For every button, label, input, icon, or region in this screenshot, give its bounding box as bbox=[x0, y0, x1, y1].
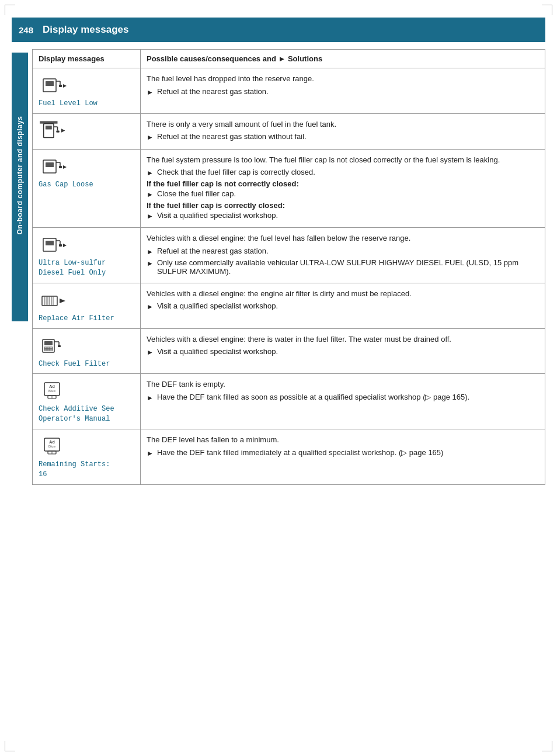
main-content: Display messages Possible causes/consequ… bbox=[32, 49, 545, 485]
bullet-text: Have the DEF tank filled as soon as poss… bbox=[157, 393, 469, 401]
header-bar: 248 Display messages bbox=[12, 18, 545, 42]
svg-rect-43 bbox=[58, 345, 61, 347]
bullet-item: ► Refuel at the nearest gas station with… bbox=[147, 132, 539, 141]
ultra-icon bbox=[39, 233, 69, 256]
table-row: Ad Blue Check Additive SeeOperator's Man… bbox=[33, 374, 545, 429]
bullet-text: Visit a qualified specialist workshop. bbox=[157, 347, 278, 356]
blue-rect-marker bbox=[12, 298, 28, 321]
svg-marker-32 bbox=[60, 299, 65, 303]
svg-rect-1 bbox=[46, 81, 54, 86]
col-header-display: Display messages bbox=[33, 50, 141, 68]
table-row: Check Fuel Filter Vehicles with a diesel… bbox=[33, 328, 545, 374]
svg-text:Blue: Blue bbox=[48, 389, 56, 393]
corner-mark-br bbox=[542, 741, 552, 751]
fuel-empty-icon bbox=[39, 119, 69, 142]
page-title: Display messages bbox=[43, 24, 128, 36]
table-row: Ultra Low-sulfurDiesel Fuel Only Vehicle… bbox=[33, 228, 545, 283]
svg-rect-17 bbox=[59, 166, 62, 168]
bullet-item: ► Have the DEF tank filled as soon as po… bbox=[147, 393, 539, 402]
table-row: Ad Blue Remaining Starts:16 The DEF leve… bbox=[33, 429, 545, 485]
svg-rect-4 bbox=[59, 85, 62, 87]
fuel-level-low-label: Fuel Level Low bbox=[39, 99, 98, 109]
display-cell-replace-air: Replace Air Filter bbox=[33, 283, 141, 328]
corner-mark-bl bbox=[5, 741, 15, 751]
display-cell-fuel-level-low: Fuel Level Low bbox=[33, 68, 141, 114]
bullet-arrow: ► bbox=[147, 169, 154, 177]
bullet-item: ► Visit a qualified specialist workshop. bbox=[147, 211, 539, 220]
table-row: Gas Cap Loose The fuel system pressure i… bbox=[33, 149, 545, 228]
bullet-arrow: ► bbox=[147, 133, 154, 141]
side-tab: On-board computer and displays bbox=[12, 53, 28, 298]
display-cell-remaining: Ad Blue Remaining Starts:16 bbox=[33, 429, 141, 485]
display-cell-gas-cap: Gas Cap Loose bbox=[33, 149, 141, 228]
check-additive-icon: Ad Blue bbox=[39, 379, 69, 402]
cause-desc: The DEF level has fallen to a minimum. bbox=[147, 434, 539, 446]
gas-cap-label: Gas Cap Loose bbox=[39, 180, 93, 190]
cause-desc: There is only a very small amount of fue… bbox=[147, 119, 539, 130]
cause-desc: The fuel system pressure is too low. The… bbox=[147, 154, 539, 166]
causes-fuel-level-low: The fuel level has dropped into the rese… bbox=[141, 68, 545, 114]
causes-replace-air: Vehicles with a diesel engine: the engin… bbox=[141, 283, 545, 328]
check-fuel-filter-icon bbox=[39, 334, 69, 357]
bullet-item: ► Refuel at the nearest gas station. bbox=[147, 247, 539, 256]
svg-rect-20 bbox=[46, 241, 54, 245]
causes-ultra: Vehicles with a diesel engine: the fuel … bbox=[141, 228, 545, 283]
svg-rect-14 bbox=[46, 162, 54, 167]
svg-rect-23 bbox=[59, 244, 62, 247]
check-fuel-label: Check Fuel Filter bbox=[39, 359, 110, 369]
svg-rect-11 bbox=[56, 131, 59, 133]
conditional-heading-2: If the fuel filler cap is correctly clos… bbox=[147, 201, 539, 210]
bullet-item: ► Check that the fuel filler cap is corr… bbox=[147, 168, 539, 177]
display-cell-check-fuel: Check Fuel Filter bbox=[33, 328, 141, 374]
cause-desc: Vehicles with a diesel engine: there is … bbox=[147, 334, 539, 345]
bullet-arrow: ► bbox=[147, 248, 154, 256]
display-messages-table: Display messages Possible causes/consequ… bbox=[32, 49, 545, 485]
svg-rect-8 bbox=[46, 126, 52, 130]
svg-marker-5 bbox=[63, 84, 67, 88]
bullet-text: Have the DEF tank filled immediately at … bbox=[157, 448, 444, 457]
bullet-text: Refuel at the nearest gas station. bbox=[157, 87, 269, 96]
bullet-item: ► Only use commercially available vehicu… bbox=[147, 258, 539, 276]
bullet-arrow: ► bbox=[147, 303, 154, 311]
conditional-heading-1: If the fuel filler cap is not correctly … bbox=[147, 179, 539, 188]
bullet-item: ► Close the fuel filler cap. bbox=[147, 189, 539, 199]
corner-mark-tl bbox=[5, 5, 15, 15]
svg-marker-24 bbox=[63, 244, 67, 247]
bullet-arrow: ► bbox=[147, 348, 154, 356]
display-cell-check-additive: Ad Blue Check Additive SeeOperator's Man… bbox=[33, 374, 141, 429]
bullet-arrow: ► bbox=[147, 449, 154, 457]
bullet-arrow: ► bbox=[147, 259, 154, 268]
bullet-item: ► Have the DEF tank filled immediately a… bbox=[147, 448, 539, 457]
bullet-item: ► Visit a qualified specialist workshop. bbox=[147, 347, 539, 356]
bullet-text: Close the fuel filler cap. bbox=[157, 189, 236, 198]
table-row: Replace Air Filter Vehicles with a diese… bbox=[33, 283, 545, 328]
bullet-text: Check that the fuel filler cap is correc… bbox=[157, 168, 315, 176]
causes-remaining: The DEF level has fallen to a minimum. ►… bbox=[141, 429, 545, 485]
causes-check-fuel: Vehicles with a diesel engine: there is … bbox=[141, 328, 545, 374]
replace-air-filter-icon bbox=[39, 288, 69, 311]
gas-cap-icon bbox=[39, 154, 69, 178]
svg-rect-35 bbox=[44, 347, 53, 351]
bullet-arrow: ► bbox=[147, 394, 154, 402]
display-cell-ultra: Ultra Low-sulfurDiesel Fuel Only bbox=[33, 228, 141, 283]
svg-marker-18 bbox=[63, 165, 67, 169]
col-header-causes: Possible causes/consequences and ► Solut… bbox=[141, 50, 545, 68]
bullet-text: Only use commercially available vehicula… bbox=[157, 258, 539, 276]
causes-fuel-empty: There is only a very small amount of fue… bbox=[141, 113, 545, 149]
table-row: There is only a very small amount of fue… bbox=[33, 113, 545, 149]
bullet-text: Refuel at the nearest gas station. bbox=[157, 247, 269, 255]
ultra-label: Ultra Low-sulfurDiesel Fuel Only bbox=[39, 258, 106, 278]
table-row: Fuel Level Low The fuel level has droppe… bbox=[33, 68, 545, 114]
svg-text:Ad: Ad bbox=[49, 440, 54, 444]
side-tab-label: On-board computer and displays bbox=[16, 116, 24, 234]
fuel-level-low-icon bbox=[39, 73, 69, 96]
cause-desc: Vehicles with a diesel engine: the fuel … bbox=[147, 233, 539, 244]
bullet-arrow: ► bbox=[147, 190, 154, 199]
bullet-text: Refuel at the nearest gas station withou… bbox=[157, 132, 307, 141]
bullet-arrow: ► bbox=[147, 88, 154, 96]
svg-marker-12 bbox=[61, 129, 65, 133]
svg-text:Ad: Ad bbox=[49, 384, 54, 389]
display-cell-fuel-empty bbox=[33, 113, 141, 149]
corner-mark-tr bbox=[542, 5, 552, 15]
remaining-starts-label: Remaining Starts:16 bbox=[39, 460, 110, 480]
